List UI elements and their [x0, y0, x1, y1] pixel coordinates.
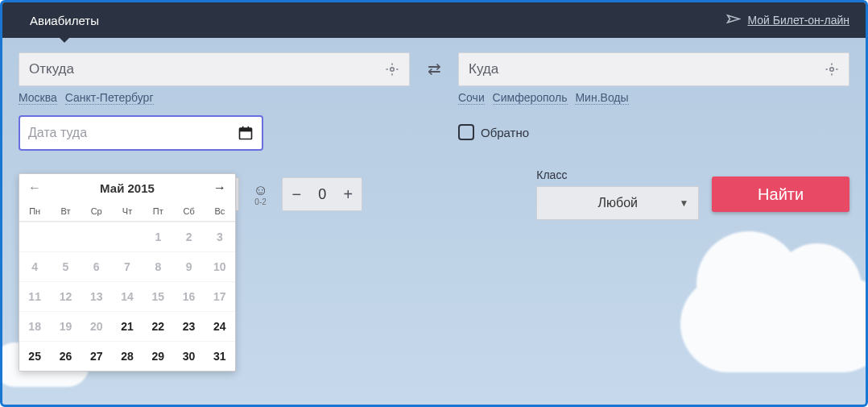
tab-flights[interactable]: Авиабилеты [19, 4, 110, 37]
quick-to-0[interactable]: Сочи [458, 91, 485, 105]
calendar-day[interactable]: 25 [19, 341, 50, 371]
from-input[interactable]: Откуда [19, 52, 410, 86]
calendar-header: ← Май 2015 → [19, 174, 235, 201]
calendar-day[interactable]: 30 [173, 341, 204, 371]
quick-from-1[interactable]: Санкт-Петербург [65, 91, 154, 105]
swap-button[interactable]: ⇄ [421, 52, 447, 85]
calendar-day[interactable]: 27 [81, 341, 112, 371]
calendar-day[interactable]: 23 [173, 311, 204, 341]
from-quick-links: Москва Санкт-Петербург [19, 91, 410, 104]
return-label: Обратно [481, 126, 529, 139]
chevron-down-icon: ▼ [679, 197, 688, 209]
calendar-day: 3 [205, 222, 235, 251]
calendar-blank [112, 222, 143, 251]
my-ticket-link-wrap: Мой Билет-он-лайн [726, 13, 849, 27]
geolocation-icon[interactable] [385, 62, 399, 77]
svg-rect-3 [240, 128, 252, 131]
depart-col: Дата туда [19, 115, 410, 151]
depart-placeholder: Дата туда [28, 126, 87, 140]
calendar-day[interactable]: 24 [205, 311, 235, 341]
checkbox-icon [458, 124, 474, 140]
flight-search-widget: Авиабилеты Мой Билет-он-лайн Откуда Моск… [0, 0, 868, 407]
calendar-day: 1 [143, 222, 173, 251]
calendar-day: 6 [81, 251, 112, 281]
calendar-day: 19 [50, 311, 81, 341]
header-bar: Авиабилеты Мой Билет-он-лайн [2, 2, 866, 38]
calendar-day: 13 [81, 281, 112, 311]
calendar-prev[interactable]: ← [27, 181, 42, 195]
calendar-dow: Сб [173, 201, 204, 222]
calendar-blank [19, 222, 50, 251]
return-col: Обратно [458, 115, 849, 149]
calendar-dow: Пн [19, 201, 50, 222]
calendar-day[interactable]: 29 [143, 341, 173, 371]
calendar-day[interactable]: 22 [143, 311, 173, 341]
calendar-day[interactable]: 21 [112, 311, 143, 341]
calendar-dow: Пт [143, 201, 173, 222]
calendar-day: 11 [19, 281, 50, 311]
calendar-day[interactable]: 31 [205, 341, 235, 371]
class-selected: Любой [598, 196, 639, 210]
calendar-next[interactable]: → [213, 181, 227, 195]
calendar-blank [50, 222, 81, 251]
to-quick-links: Сочи Симферополь Мин.Воды [458, 91, 849, 104]
date-row: Дата туда Обратно [19, 115, 849, 151]
class-label: Класс [536, 168, 699, 181]
calendar-day: 8 [143, 251, 173, 281]
geolocation-icon[interactable] [825, 62, 839, 77]
baby-count: 0 [310, 186, 334, 203]
calendar-day: 20 [81, 311, 112, 341]
calendar-day: 18 [19, 311, 50, 341]
quick-to-1[interactable]: Симферополь [493, 91, 568, 105]
my-ticket-link[interactable]: Мой Билет-он-лайн [747, 14, 849, 27]
search-button[interactable]: Найти [712, 177, 849, 212]
calendar-day: 9 [173, 251, 204, 281]
calendar-dow: Вт [50, 201, 81, 222]
calendar-popup: ← Май 2015 → ПнВтСрЧтПтСбВс1234567891011… [19, 173, 236, 372]
calendar-dow: Ср [81, 201, 112, 222]
swap-icon: ⇄ [428, 59, 441, 78]
airplane-icon [726, 13, 741, 27]
form-body: Откуда Москва Санкт-Петербург ⇄ Куда [2, 38, 866, 235]
quick-from-0[interactable]: Москва [19, 91, 57, 105]
to-placeholder: Куда [469, 61, 498, 77]
calendar-icon[interactable] [238, 125, 254, 141]
calendar-day: 4 [19, 251, 50, 281]
route-row: Откуда Москва Санкт-Петербург ⇄ Куда [19, 52, 849, 104]
baby-icon: ☺0-2 [252, 182, 269, 206]
calendar-day[interactable]: 26 [50, 341, 81, 371]
return-checkbox-wrap[interactable]: Обратно [458, 115, 849, 149]
baby-minus[interactable]: − [283, 178, 310, 210]
calendar-day: 10 [205, 251, 235, 281]
to-input[interactable]: Куда [458, 52, 849, 86]
calendar-day: 14 [112, 281, 143, 311]
calendar-day: 15 [143, 281, 173, 311]
calendar-day: 2 [173, 222, 204, 251]
class-block: Класс Любой ▼ [536, 168, 699, 220]
calendar-day[interactable]: 28 [112, 341, 143, 371]
cloud-decoration [680, 276, 868, 372]
calendar-grid: ПнВтСрЧтПтСбВс12345678910111213141516171… [19, 201, 235, 371]
calendar-day: 7 [112, 251, 143, 281]
calendar-dow: Вс [205, 201, 235, 222]
baby-plus[interactable]: + [334, 178, 362, 210]
calendar-dow: Чт [112, 201, 143, 222]
svg-point-0 [391, 68, 395, 72]
calendar-blank [81, 222, 112, 251]
quick-to-2[interactable]: Мин.Воды [575, 91, 628, 105]
calendar-day: 16 [173, 281, 204, 311]
svg-point-1 [830, 68, 834, 72]
class-select[interactable]: Любой ▼ [536, 186, 699, 220]
from-col: Откуда Москва Санкт-Петербург [19, 52, 410, 104]
calendar-title: Май 2015 [100, 181, 155, 195]
baby-count-stepper: − 0 + [282, 177, 362, 211]
calendar-day: 12 [50, 281, 81, 311]
from-placeholder: Откуда [29, 61, 74, 77]
calendar-day: 17 [205, 281, 235, 311]
calendar-day: 5 [50, 251, 81, 281]
to-col: Куда Сочи Симферополь Мин.Воды [458, 52, 849, 104]
depart-date-input[interactable]: Дата туда [19, 115, 263, 151]
